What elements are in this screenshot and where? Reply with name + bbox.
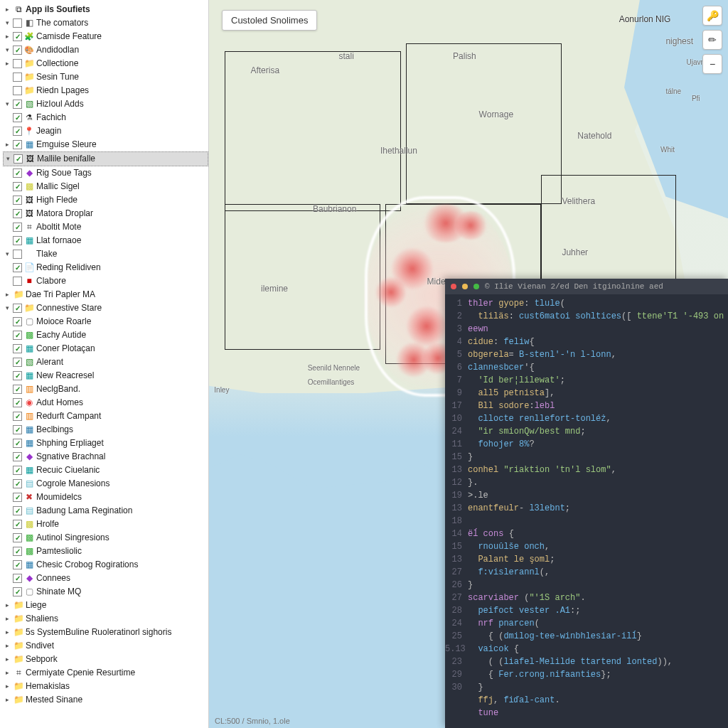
tree-item[interactable]: Clabore [3, 274, 208, 288]
caret-icon[interactable]: ▸ [3, 33, 11, 41]
layer-checkbox[interactable] [13, 533, 22, 542]
tree-item[interactable]: ▾ HizIoul Adds [3, 97, 208, 111]
layer-checkbox[interactable] [13, 196, 22, 205]
tree-item[interactable]: ▾ Tlake [3, 247, 208, 261]
code-line[interactable]: } [468, 579, 728, 592]
tree-item[interactable]: Shinate MQ [3, 585, 208, 599]
tree-item[interactable]: Coner Plotaçan [3, 342, 208, 355]
minimize-icon[interactable] [462, 284, 468, 289]
caret-icon[interactable]: ▸ [3, 601, 11, 610]
tool-pencil-icon[interactable]: ✏ [702, 30, 722, 50]
tree-item[interactable]: Sesin Tune [3, 70, 208, 84]
layer-checkbox[interactable] [13, 223, 22, 232]
caret-icon[interactable]: ▸ [3, 60, 11, 68]
caret-icon[interactable]: ▾ [3, 100, 11, 109]
layer-checkbox[interactable] [13, 466, 22, 475]
code-line[interactable]: enantfeulr- l3lebnt; [468, 502, 728, 515]
tree-item[interactable]: ▸ Dae Tri Papler MA [3, 288, 208, 301]
code-line[interactable]: clannesbcer'{ [468, 361, 728, 374]
layer-checkbox[interactable] [13, 358, 22, 367]
code-line[interactable]: ffj, fiďal-cant. [468, 694, 728, 707]
code-line[interactable]: tliläs: cust6matoi sohltices([ ttene'T1 … [468, 310, 728, 323]
code-line[interactable]: cllocte renllefort-tonléż, [468, 412, 728, 425]
layer-checkbox[interactable] [13, 86, 22, 95]
layer-checkbox[interactable] [13, 412, 22, 421]
tree-item[interactable]: Pamtesliolic [3, 545, 208, 558]
layer-checkbox[interactable] [13, 371, 22, 380]
tree-item[interactable]: Matora Droplar [3, 207, 208, 220]
tree-item[interactable]: ▸ Liege [3, 599, 208, 612]
caret-icon[interactable]: ▸ [3, 615, 11, 623]
layer-checkbox[interactable] [13, 398, 22, 407]
code-line[interactable]: peifoct vester .A1:; [468, 604, 728, 617]
layer-checkbox[interactable] [13, 18, 22, 28]
code-line[interactable]: cidue: feliw{ [468, 336, 728, 348]
code-line[interactable] [468, 719, 728, 728]
layer-checkbox[interactable] [13, 439, 22, 448]
layer-checkbox[interactable] [13, 250, 22, 259]
code-line[interactable]: { Fer.crong.nifaanties}; [468, 668, 728, 681]
code-lines[interactable]: thler gyope: tlule( tliläs: cust6matoi s… [468, 297, 728, 725]
code-line[interactable]: nrf pnarcen( [468, 617, 728, 630]
tree-item[interactable]: ▾ Connestive Stare [3, 301, 208, 315]
tree-item[interactable]: Cogrole Manesions [3, 477, 208, 491]
caret-icon[interactable]: ▸ [3, 291, 11, 299]
layer-checkbox[interactable] [13, 493, 22, 502]
layer-checkbox[interactable] [13, 140, 22, 149]
tree-item[interactable]: ▸ Camisde Feature [3, 30, 208, 43]
layer-checkbox[interactable] [13, 587, 22, 596]
code-titlebar[interactable]: © Ilie Vienan 2/ed Den itginolnine aed [445, 279, 728, 294]
code-line[interactable]: } [468, 681, 728, 694]
caret-icon[interactable]: ▾ [4, 155, 12, 164]
code-line[interactable]: }. [468, 476, 728, 489]
layer-checkbox[interactable] [13, 168, 22, 178]
tree-item[interactable]: Chesic Crobog Rogirations [3, 558, 208, 572]
code-line[interactable]: 'Id ber¦lilewat'; [468, 374, 728, 387]
tree-item[interactable]: Llat fornaoe [3, 234, 208, 247]
tree-item[interactable]: Fachich [3, 111, 208, 124]
code-line[interactable]: conhel "riaktion 'tn'l slom", [468, 464, 728, 476]
caret-icon[interactable]: ▸ [3, 696, 11, 705]
tree-root[interactable]: ▸ App ils Soufiets [3, 3, 208, 16]
tree-item[interactable]: Recuic Ciuelanic [3, 464, 208, 477]
layer-checkbox[interactable] [13, 317, 22, 326]
code-line[interactable]: f:vislerannl(, [468, 566, 728, 579]
tree-item[interactable]: Alerant [3, 355, 208, 369]
code-line[interactable]: thler gyope: tlule( [468, 297, 728, 310]
caret-icon[interactable]: ▾ [3, 46, 11, 55]
tree-item[interactable]: ▸ Collectione [3, 57, 208, 70]
layer-checkbox[interactable] [13, 32, 22, 41]
tree-item[interactable]: Redurft Campant [3, 410, 208, 423]
tree-item[interactable]: Jeagin [3, 124, 208, 138]
code-line[interactable]: obgerela= B-stenl'-'n l-lonn, [468, 348, 728, 361]
code-line[interactable]: } [468, 451, 728, 464]
tree-item[interactable]: ▸ Shaliens [3, 612, 208, 626]
layer-checkbox[interactable] [13, 425, 22, 434]
tree-item[interactable]: ▾ Mallile benifalle [3, 151, 208, 166]
tool-zoom-out-icon[interactable]: − [702, 54, 722, 74]
tree-item[interactable]: NeclgBand. [3, 382, 208, 396]
tool-key-icon[interactable]: 🔑 [702, 6, 722, 26]
tree-item[interactable]: Shphing Erpliaget [3, 437, 208, 450]
caret-icon[interactable]: ▾ [3, 304, 11, 313]
layer-checkbox[interactable] [13, 209, 22, 218]
layer-checkbox[interactable] [13, 344, 22, 353]
code-line[interactable]: all5 petnista], [468, 387, 728, 400]
layer-checkbox[interactable] [13, 277, 22, 286]
tree-item[interactable]: ▸ Sndivet [3, 639, 208, 653]
tree-item[interactable]: Beclbings [3, 423, 208, 437]
caret-icon[interactable]: ▸ [3, 6, 11, 14]
code-line[interactable]: Palant le şoml; [468, 553, 728, 566]
layer-checkbox[interactable] [13, 520, 22, 529]
code-line[interactable]: eewn [468, 323, 728, 336]
tree-item[interactable]: Hrolfe [3, 518, 208, 531]
tree-item[interactable]: Moioce Roarle [3, 315, 208, 328]
tree-item[interactable]: Adut Homes [3, 396, 208, 410]
caret-icon[interactable]: ▸ [3, 655, 11, 664]
layer-checkbox[interactable] [13, 385, 22, 394]
layer-checkbox[interactable] [14, 154, 23, 164]
layer-checkbox[interactable] [13, 59, 22, 68]
code-line[interactable]: ( (liafel-Melilde ttartend lonted)), [468, 655, 728, 668]
code-line[interactable]: "ir smionQw/best mnd; [468, 425, 728, 438]
tree-item[interactable]: Riedn Lpages [3, 84, 208, 97]
